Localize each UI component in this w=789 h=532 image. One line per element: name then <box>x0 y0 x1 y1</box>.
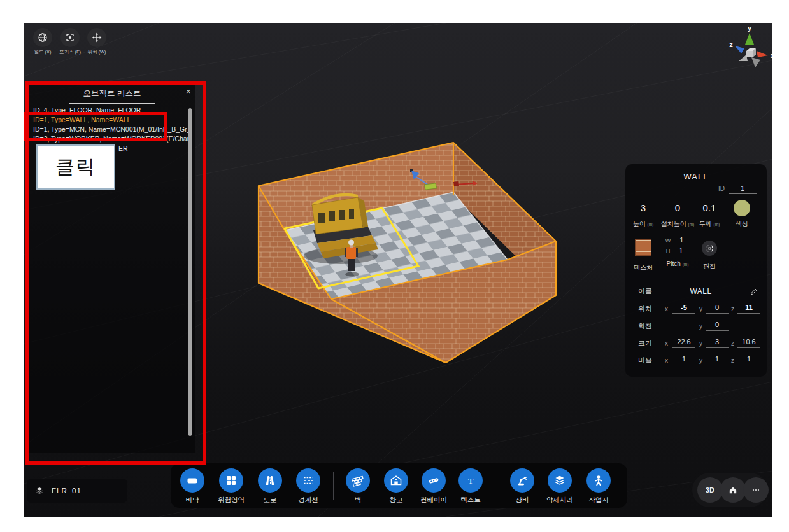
world-button[interactable] <box>33 28 52 47</box>
scale-label: 비율 <box>638 356 652 365</box>
pitch-w-label: W <box>665 237 671 244</box>
object-list-item-wall[interactable]: ID=1, Type=WALL, Name=WALL <box>29 115 190 125</box>
wall-tool-button[interactable] <box>346 468 370 493</box>
gizmo-y-axis <box>745 33 754 45</box>
object-list-item-floor[interactable]: ID=4, Type=FLOOR, Name=FLOOR <box>29 106 190 115</box>
edit-frame-icon <box>706 244 714 253</box>
object-list-item-mcn[interactable]: ID=1, Type=MCN, Name=MCN001(M_01/InR_B_G… <box>29 125 190 134</box>
boundary-icon <box>302 474 315 487</box>
scale-y-field[interactable]: 1 <box>706 355 729 365</box>
rotation-label: 회전 <box>638 321 652 331</box>
warehouse-icon <box>390 474 402 487</box>
size-z-field[interactable]: 10.6 <box>737 338 760 348</box>
axis-z-label: z <box>731 340 734 347</box>
texture-swatch[interactable] <box>635 239 651 256</box>
rename-pencil-icon[interactable] <box>750 287 758 295</box>
danger-zone-icon <box>225 474 238 487</box>
scale-z-field[interactable]: 1 <box>737 355 760 365</box>
more-options-button[interactable] <box>743 477 769 503</box>
axis-x-label: x <box>665 340 668 347</box>
object-list-scrollbar[interactable] <box>188 108 192 436</box>
install-height-unit: (m) <box>688 222 695 227</box>
pitch-h-field[interactable]: 1 <box>672 248 689 255</box>
size-x-field[interactable]: 22.6 <box>672 338 695 348</box>
road-tool-button[interactable] <box>258 468 282 493</box>
install-height-field[interactable]: 0 <box>665 202 690 216</box>
color-swatch[interactable] <box>734 200 750 216</box>
text-tool-button[interactable]: T <box>458 468 483 493</box>
focus-button[interactable] <box>60 28 80 47</box>
gizmo-z-label: z <box>729 41 733 48</box>
toolbar-divider <box>497 472 497 500</box>
position-y-field[interactable]: 0 <box>706 304 729 314</box>
boundary-tool-button[interactable] <box>296 468 320 493</box>
panel-title: WALL <box>625 172 767 181</box>
home-view-button[interactable] <box>720 477 746 503</box>
install-height-label: 설치높이 <box>661 220 686 227</box>
thickness-field[interactable]: 0.1 <box>697 202 722 216</box>
road-tool-label: 도로 <box>250 496 290 505</box>
object-list-item-worker2[interactable]: ID=2, Type=WORKER, Name=WORKER002(E/Char… <box>29 134 190 144</box>
rotation-row: 회전 y 0 <box>625 319 767 336</box>
app-window: 월드 (X) 포커스 (F) 위치 (W) y z x 오브젝트 리스트 × I… <box>24 23 772 517</box>
toolbar-divider <box>333 472 334 500</box>
conveyor-icon <box>427 474 440 487</box>
worker-tool-label: 작업자 <box>578 496 619 505</box>
accessory-tool-label: 악세서리 <box>539 496 580 505</box>
gizmo-z-axis <box>735 46 744 53</box>
svg-text:T: T <box>468 476 474 486</box>
thickness-unit: (m) <box>714 222 720 227</box>
scale-x-field[interactable]: 1 <box>672 355 695 365</box>
rotation-y-field[interactable]: 0 <box>706 321 729 331</box>
close-icon[interactable]: × <box>186 87 191 96</box>
accessory-tool-button[interactable] <box>548 468 572 493</box>
pitch-label: Pitch <box>667 260 681 267</box>
id-field[interactable]: 1 <box>729 185 757 194</box>
floor-tool-button[interactable] <box>180 468 204 493</box>
gizmo-y-label: y <box>748 24 752 32</box>
3d-mode-button[interactable]: 3D <box>697 477 723 503</box>
worker-tool-button[interactable] <box>586 468 611 493</box>
axis-z-label: z <box>731 305 734 312</box>
boundary-tool-label: 경계선 <box>288 496 329 505</box>
position-button[interactable] <box>87 28 106 47</box>
text-tool-label: 텍스트 <box>450 496 491 505</box>
warehouse-tool-label: 창고 <box>376 496 416 505</box>
height-field[interactable]: 3 <box>630 202 656 216</box>
axis-x-label: x <box>665 305 668 312</box>
texture-label: 텍스처 <box>627 263 660 272</box>
home-icon <box>728 485 738 495</box>
height-label: 높이 <box>633 220 646 227</box>
move-icon <box>92 32 102 43</box>
name-label: 이름 <box>638 286 652 296</box>
axis-gizmo[interactable]: y z x <box>723 24 772 78</box>
conveyor-tool-button[interactable] <box>422 468 446 493</box>
danger-zone-tool-label: 위험영역 <box>211 496 252 505</box>
globe-icon <box>38 32 48 43</box>
floor-icon <box>186 474 199 487</box>
pitch-unit: (m) <box>683 262 689 267</box>
size-label: 크기 <box>638 339 652 348</box>
position-x-field[interactable]: -5 <box>672 304 695 314</box>
size-y-field[interactable]: 3 <box>706 338 729 348</box>
axis-x-label: x <box>665 357 668 364</box>
annotation-click-callout: 클릭 <box>36 144 115 190</box>
floor-tool-label: 바닥 <box>172 496 213 505</box>
height-unit: (m) <box>648 222 654 227</box>
wall-icon <box>352 474 364 487</box>
gizmo-x-axis <box>757 51 768 57</box>
thickness-label: 두께 <box>699 220 712 227</box>
danger-zone-tool-button[interactable] <box>219 468 243 493</box>
pitch-w-field[interactable]: 1 <box>673 237 690 244</box>
name-field[interactable]: WALL <box>652 287 750 296</box>
floor-selector[interactable]: FLR_01 <box>27 479 127 503</box>
wall-tool-label: 벽 <box>338 496 378 505</box>
floor-selector-label: FLR_01 <box>52 487 82 494</box>
position-row: 위치 x -5 y 0 z 11 <box>625 302 767 319</box>
position-z-field[interactable]: 11 <box>737 304 760 314</box>
road-icon <box>264 474 276 487</box>
equipment-tool-button[interactable] <box>510 468 534 493</box>
warehouse-tool-button[interactable] <box>384 468 408 493</box>
edit-button[interactable] <box>702 241 717 256</box>
annotation-click-label: 클릭 <box>55 154 96 180</box>
